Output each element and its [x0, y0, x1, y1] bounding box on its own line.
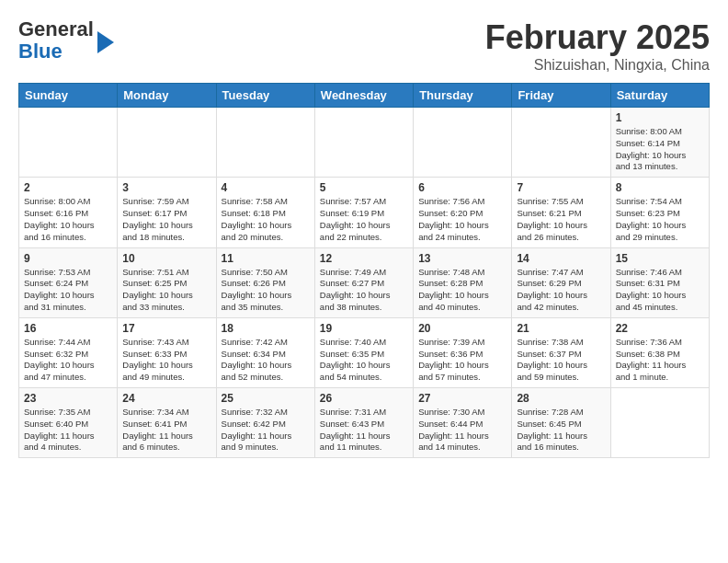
day-number: 25: [222, 392, 310, 405]
day-info: Sunrise: 7:30 AM Sunset: 6:44 PM Dayligh…: [418, 407, 506, 454]
day-info: Sunrise: 7:38 AM Sunset: 6:37 PM Dayligh…: [517, 337, 605, 384]
calendar-cell: [19, 108, 118, 178]
month-title: February 2025: [485, 18, 710, 57]
day-number: 13: [418, 252, 506, 265]
day-info: Sunrise: 7:28 AM Sunset: 6:45 PM Dayligh…: [517, 407, 605, 454]
calendar-cell: 16Sunrise: 7:44 AM Sunset: 6:32 PM Dayli…: [19, 317, 118, 387]
day-info: Sunrise: 7:31 AM Sunset: 6:43 PM Dayligh…: [320, 407, 408, 454]
calendar-table: SundayMondayTuesdayWednesdayThursdayFrid…: [18, 83, 710, 458]
calendar-week-4: 16Sunrise: 7:44 AM Sunset: 6:32 PM Dayli…: [19, 317, 710, 387]
day-number: 7: [517, 181, 605, 194]
day-info: Sunrise: 7:50 AM Sunset: 6:26 PM Dayligh…: [222, 267, 310, 314]
day-info: Sunrise: 7:59 AM Sunset: 6:17 PM Dayligh…: [122, 196, 210, 243]
calendar-week-2: 2Sunrise: 8:00 AM Sunset: 6:16 PM Daylig…: [19, 178, 710, 247]
day-info: Sunrise: 7:53 AM Sunset: 6:24 PM Dayligh…: [24, 267, 112, 314]
day-number: 12: [320, 252, 408, 265]
calendar-cell: 7Sunrise: 7:55 AM Sunset: 6:21 PM Daylig…: [512, 178, 610, 247]
calendar-cell: 17Sunrise: 7:43 AM Sunset: 6:33 PM Dayli…: [118, 317, 216, 387]
calendar-cell: 19Sunrise: 7:40 AM Sunset: 6:35 PM Dayli…: [314, 317, 413, 387]
day-number: 6: [418, 181, 506, 194]
day-info: Sunrise: 8:00 AM Sunset: 6:16 PM Dayligh…: [24, 196, 112, 243]
day-info: Sunrise: 7:43 AM Sunset: 6:33 PM Dayligh…: [122, 337, 210, 384]
day-info: Sunrise: 7:34 AM Sunset: 6:41 PM Dayligh…: [122, 407, 210, 454]
day-info: Sunrise: 7:36 AM Sunset: 6:38 PM Dayligh…: [616, 337, 704, 384]
calendar-cell: 18Sunrise: 7:42 AM Sunset: 6:34 PM Dayli…: [216, 317, 314, 387]
calendar-cell: 15Sunrise: 7:46 AM Sunset: 6:31 PM Dayli…: [610, 247, 709, 317]
day-number: 18: [222, 322, 310, 335]
day-info: Sunrise: 7:35 AM Sunset: 6:40 PM Dayligh…: [24, 407, 112, 454]
day-info: Sunrise: 7:40 AM Sunset: 6:35 PM Dayligh…: [320, 337, 408, 384]
calendar-cell: 6Sunrise: 7:56 AM Sunset: 6:20 PM Daylig…: [414, 178, 512, 247]
day-number: 5: [320, 181, 408, 194]
day-number: 20: [418, 322, 506, 335]
day-info: Sunrise: 7:46 AM Sunset: 6:31 PM Dayligh…: [616, 267, 704, 314]
day-info: Sunrise: 7:39 AM Sunset: 6:36 PM Dayligh…: [418, 337, 506, 384]
day-number: 10: [122, 252, 210, 265]
day-number: 21: [517, 322, 605, 335]
weekday-header-sunday: Sunday: [19, 84, 118, 108]
logo-general: General: [18, 17, 94, 40]
weekday-header-thursday: Thursday: [414, 84, 512, 108]
day-number: 23: [24, 392, 112, 405]
day-number: 16: [24, 322, 112, 335]
calendar-cell: 23Sunrise: 7:35 AM Sunset: 6:40 PM Dayli…: [19, 388, 118, 458]
day-number: 26: [320, 392, 408, 405]
calendar-week-1: 1Sunrise: 8:00 AM Sunset: 6:14 PM Daylig…: [19, 108, 710, 178]
calendar-cell: [610, 388, 709, 458]
day-info: Sunrise: 7:57 AM Sunset: 6:19 PM Dayligh…: [320, 196, 408, 243]
day-number: 3: [122, 181, 210, 194]
day-number: 14: [517, 252, 605, 265]
weekday-header-monday: Monday: [118, 84, 216, 108]
calendar-cell: [118, 108, 216, 178]
page-header: General Blue February 2025 Shizuishan, N…: [18, 18, 710, 74]
calendar-cell: [512, 108, 610, 178]
day-info: Sunrise: 7:42 AM Sunset: 6:34 PM Dayligh…: [222, 337, 310, 384]
logo-arrow-icon: [97, 31, 114, 53]
calendar-cell: 25Sunrise: 7:32 AM Sunset: 6:42 PM Dayli…: [216, 388, 314, 458]
day-info: Sunrise: 7:55 AM Sunset: 6:21 PM Dayligh…: [517, 196, 605, 243]
day-number: 9: [24, 252, 112, 265]
day-info: Sunrise: 7:47 AM Sunset: 6:29 PM Dayligh…: [517, 267, 605, 314]
calendar-week-3: 9Sunrise: 7:53 AM Sunset: 6:24 PM Daylig…: [19, 247, 710, 317]
calendar-cell: 10Sunrise: 7:51 AM Sunset: 6:25 PM Dayli…: [118, 247, 216, 317]
day-number: 11: [222, 252, 310, 265]
weekday-header-saturday: Saturday: [610, 84, 709, 108]
day-number: 15: [616, 252, 704, 265]
weekday-header-wednesday: Wednesday: [314, 84, 413, 108]
calendar-cell: 2Sunrise: 8:00 AM Sunset: 6:16 PM Daylig…: [19, 178, 118, 247]
calendar-cell: [414, 108, 512, 178]
calendar-cell: 8Sunrise: 7:54 AM Sunset: 6:23 PM Daylig…: [610, 178, 709, 247]
day-info: Sunrise: 7:56 AM Sunset: 6:20 PM Dayligh…: [418, 196, 506, 243]
day-info: Sunrise: 7:49 AM Sunset: 6:27 PM Dayligh…: [320, 267, 408, 314]
calendar-cell: 20Sunrise: 7:39 AM Sunset: 6:36 PM Dayli…: [414, 317, 512, 387]
day-number: 17: [122, 322, 210, 335]
calendar-cell: 26Sunrise: 7:31 AM Sunset: 6:43 PM Dayli…: [314, 388, 413, 458]
calendar-cell: 9Sunrise: 7:53 AM Sunset: 6:24 PM Daylig…: [19, 247, 118, 317]
calendar-cell: 11Sunrise: 7:50 AM Sunset: 6:26 PM Dayli…: [216, 247, 314, 317]
day-info: Sunrise: 7:48 AM Sunset: 6:28 PM Dayligh…: [418, 267, 506, 314]
day-number: 8: [616, 181, 704, 194]
calendar-cell: 12Sunrise: 7:49 AM Sunset: 6:27 PM Dayli…: [314, 247, 413, 317]
day-info: Sunrise: 7:58 AM Sunset: 6:18 PM Dayligh…: [222, 196, 310, 243]
calendar-cell: 5Sunrise: 7:57 AM Sunset: 6:19 PM Daylig…: [314, 178, 413, 247]
day-info: Sunrise: 7:32 AM Sunset: 6:42 PM Dayligh…: [222, 407, 310, 454]
calendar-cell: 3Sunrise: 7:59 AM Sunset: 6:17 PM Daylig…: [118, 178, 216, 247]
weekday-header-tuesday: Tuesday: [216, 84, 314, 108]
day-number: 24: [122, 392, 210, 405]
calendar-cell: 1Sunrise: 8:00 AM Sunset: 6:14 PM Daylig…: [610, 108, 709, 178]
day-info: Sunrise: 8:00 AM Sunset: 6:14 PM Dayligh…: [616, 126, 704, 173]
logo-blue: Blue: [18, 40, 63, 63]
day-info: Sunrise: 7:44 AM Sunset: 6:32 PM Dayligh…: [24, 337, 112, 384]
calendar-cell: [314, 108, 413, 178]
day-number: 28: [517, 392, 605, 405]
calendar-cell: 13Sunrise: 7:48 AM Sunset: 6:28 PM Dayli…: [414, 247, 512, 317]
calendar-cell: 28Sunrise: 7:28 AM Sunset: 6:45 PM Dayli…: [512, 388, 610, 458]
day-number: 2: [24, 181, 112, 194]
calendar-cell: 24Sunrise: 7:34 AM Sunset: 6:41 PM Dayli…: [118, 388, 216, 458]
day-number: 27: [418, 392, 506, 405]
title-block: February 2025 Shizuishan, Ningxia, China: [485, 18, 710, 74]
logo: General Blue: [18, 18, 114, 63]
day-info: Sunrise: 7:54 AM Sunset: 6:23 PM Dayligh…: [616, 196, 704, 243]
day-number: 19: [320, 322, 408, 335]
weekday-header-row: SundayMondayTuesdayWednesdayThursdayFrid…: [19, 84, 710, 108]
